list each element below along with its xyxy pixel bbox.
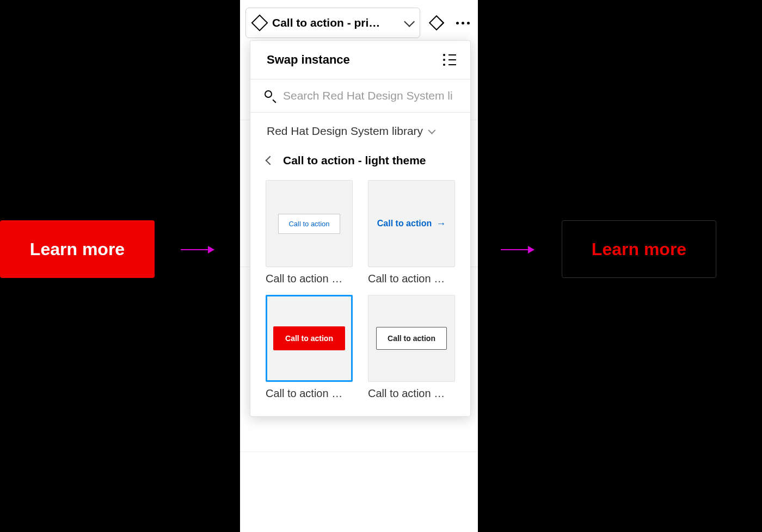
arrow-line	[181, 249, 208, 250]
search-input[interactable]	[283, 89, 456, 102]
component-label: Call to action …	[368, 387, 455, 400]
grid-rule	[240, 451, 478, 452]
instance-selector[interactable]: Call to action - pri…	[245, 8, 420, 38]
component-card[interactable]: Call to action → Call to action …	[368, 180, 455, 285]
variant-preview-box: Call to action	[278, 214, 340, 234]
variant-preview-secondary: Call to action	[376, 327, 447, 350]
component-card[interactable]: Call to action Call to action …	[368, 295, 455, 400]
chevron-down-icon	[428, 127, 435, 134]
arrow-left	[181, 246, 214, 253]
component-label: Call to action …	[368, 273, 455, 285]
variant-preview-link: Call to action →	[377, 218, 446, 230]
component-link-icon	[429, 15, 444, 30]
chevron-left-icon[interactable]	[266, 156, 275, 165]
arrow-right-icon: →	[436, 218, 446, 230]
dot-icon	[467, 22, 470, 24]
cta-button-right-label: Learn more	[592, 239, 686, 259]
component-card[interactable]: Call to action Call to action …	[266, 295, 353, 400]
swap-title: Swap instance	[267, 53, 350, 67]
arrow-line	[501, 249, 528, 250]
variant-preview-primary: Call to action	[273, 326, 345, 350]
swap-instance-panel: Swap instance Red Hat Design System libr…	[250, 40, 471, 417]
cta-button-left-label: Learn more	[30, 239, 125, 259]
component-thumb-selected: Call to action	[266, 295, 353, 382]
category-title: Call to action - light theme	[283, 154, 426, 167]
arrow-head-icon	[208, 246, 214, 253]
list-view-toggle[interactable]	[443, 54, 456, 65]
instance-name: Call to action - pri…	[272, 16, 398, 29]
dot-icon	[456, 22, 459, 24]
swap-header: Swap instance	[250, 41, 470, 79]
search-row	[250, 79, 470, 112]
component-instance-icon	[251, 14, 268, 31]
more-options-button[interactable]	[453, 13, 472, 33]
library-selector[interactable]: Red Hat Design System library	[250, 113, 470, 143]
component-thumb: Call to action	[368, 295, 455, 382]
variant-link-text: Call to action	[377, 219, 432, 228]
properties-topbar: Call to action - pri…	[240, 0, 478, 42]
go-to-main-component-button[interactable]	[427, 13, 446, 33]
search-icon	[265, 90, 275, 101]
library-name: Red Hat Design System library	[267, 125, 423, 138]
component-grid: Call to action Call to action … Call to …	[250, 175, 470, 416]
category-row: Call to action - light theme	[250, 143, 470, 175]
chevron-down-icon	[404, 16, 415, 27]
arrow-right	[501, 246, 534, 253]
component-label: Call to action …	[266, 387, 353, 400]
component-thumb: Call to action	[266, 180, 353, 267]
component-card[interactable]: Call to action Call to action …	[266, 180, 353, 285]
component-label: Call to action …	[266, 273, 353, 285]
component-thumb: Call to action →	[368, 180, 455, 267]
cta-button-left[interactable]: Learn more	[0, 220, 155, 278]
cta-button-right[interactable]: Learn more	[562, 220, 716, 278]
dot-icon	[462, 22, 464, 24]
arrow-head-icon	[528, 246, 534, 253]
